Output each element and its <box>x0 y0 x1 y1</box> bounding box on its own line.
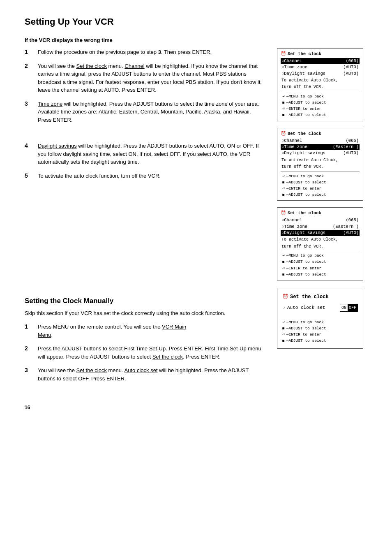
page-title: Setting Up Your VCR <box>25 16 367 27</box>
screen1-info: To activate Auto Clock, <box>281 78 360 84</box>
screen2-tz-label: ○Time zone <box>281 144 307 150</box>
screen3-channel-value: (065) <box>346 217 359 223</box>
screen4-off-label: OFF <box>348 304 357 311</box>
page-number: 16 <box>25 405 367 410</box>
screen4-controls: ↩—MENU to go back ◼—ADJUST to select ⏎—E… <box>282 319 358 344</box>
step-4-text: Daylight savings will be highlighted. Pr… <box>38 142 265 166</box>
screen1-row-daylight: ○Daylight savings (AUTO) <box>281 71 360 77</box>
screen2-tz-value: (Eastern ) <box>333 144 359 150</box>
step-4: 4 Daylight savings will be highlighted. … <box>25 142 265 166</box>
screen1-title: Set the clock <box>288 51 321 57</box>
screen1-dl-label: ○Daylight savings <box>281 71 325 77</box>
screen2-dl-value: (AUTO) <box>343 150 359 156</box>
screen2-row-timezone: ○Time zone (Eastern ) <box>281 144 360 150</box>
section2-step-1-text: Press MENU on the remote control. You wi… <box>38 323 186 339</box>
screen4-circle: ○ <box>282 305 285 311</box>
step-1: 1 Follow the procedure on the previous p… <box>25 48 265 56</box>
screen1-controls: ↩—MENU to go back ◼—ADJUST to select ⏎—E… <box>281 93 360 118</box>
screen1-channel-label: ○Channel <box>281 58 302 64</box>
screen4-on-off: ON OFF <box>340 304 358 312</box>
section2-step-1-num: 1 <box>25 323 31 330</box>
screen2-info: To activate Auto Clock, <box>281 158 360 164</box>
screen1-tz-label: ○Time zone <box>281 64 307 70</box>
screen2-channel-label: ○Channel <box>281 138 302 144</box>
screen2-row-daylight: ○Daylight savings (AUTO) <box>281 150 360 156</box>
vcr-screen-3: ⏰ Set the clock ○Channel (065) ○Time zon… <box>277 207 363 280</box>
screen3-controls: ↩—MENU to go back ◼—ADJUST to select ⏎—E… <box>281 253 360 278</box>
step-2-num: 2 <box>25 62 31 69</box>
screen3-row-channel: ○Channel (065) <box>281 217 360 223</box>
screen1-dl-value: (AUTO) <box>343 71 359 77</box>
screen1-row-channel: ○Channel (065) <box>281 58 360 64</box>
screen2-controls: ↩—MENU to go back ◼—ADJUST to select ⏎—E… <box>281 173 360 198</box>
clock-icon-1: ⏰ <box>281 51 286 57</box>
screen2-channel-value: (065) <box>346 138 359 144</box>
screen2-row-channel: ○Channel (065) <box>281 138 360 144</box>
clock-icon-2: ⏰ <box>281 131 286 137</box>
screen3-tz-label: ○Time zone <box>281 224 307 230</box>
screen4-auto-label: Auto clock set <box>287 304 337 311</box>
step-5: 5 To activate the auto clock function, t… <box>25 172 265 180</box>
main-layout: 1 Follow the procedure on the previous p… <box>25 48 367 280</box>
section2-step-3: 3 You will see the Set the clock menu. A… <box>25 366 265 382</box>
screen2-dl-label: ○Daylight savings <box>281 150 325 156</box>
step-1-text: Follow the procedure on the previous pag… <box>38 48 212 56</box>
step-2: 2 You will see the Set the clock menu. C… <box>25 62 265 94</box>
section2-title: Setting the Clock Manually <box>25 297 265 305</box>
step-3-num: 3 <box>25 100 31 107</box>
section2-step-1: 1 Press MENU on the remote control. You … <box>25 323 265 339</box>
screen3-title: Set the clock <box>288 210 321 216</box>
screen4-auto-row: ○ Auto clock set ON OFF <box>282 304 358 312</box>
screen3-info: To activate Auto Clock, <box>281 237 360 243</box>
clock-icon-3: ⏰ <box>281 210 286 216</box>
screen1-tz-value: (AUTO) <box>343 64 359 70</box>
step-3-text: Time zone will be highlighted. Press the… <box>38 100 265 124</box>
screen2-title: Set the clock <box>288 131 321 137</box>
screen1-row-timezone: ○Time zone (AUTO) <box>281 64 360 70</box>
step-5-num: 5 <box>25 172 31 179</box>
step-3: 3 Time zone will be highlighted. Press t… <box>25 100 265 124</box>
screen4-on-label: ON <box>340 304 348 311</box>
steps-column: 1 Follow the procedure on the previous p… <box>25 48 265 280</box>
screen3-tz-value: (Eastern ) <box>333 224 359 230</box>
screen3-channel-label: ○Channel <box>281 217 302 223</box>
screen1-info2: turn off the VCR. <box>281 84 360 90</box>
section2-right: ⏰ Set the clock ○ Auto clock set ON OFF … <box>277 285 367 389</box>
section2-step-3-text: You will see the Set the clock menu. Aut… <box>38 366 265 382</box>
section2-left: Setting the Clock Manually Skip this sec… <box>25 285 265 389</box>
section2-step-2-text: Press the ADJUST buttons to select First… <box>38 345 265 361</box>
screen4-title: Set the clock <box>290 293 329 301</box>
section2-layout: Setting the Clock Manually Skip this sec… <box>25 285 367 389</box>
clock-icon-4: ⏰ <box>282 293 288 301</box>
step-4-num: 4 <box>25 142 31 149</box>
step-2-text: You will see the Set the clock menu. Cha… <box>38 62 265 94</box>
step-1-num: 1 <box>25 48 31 55</box>
vcr-screen-1: ⏰ Set the clock ○Channel (065) ○Time zon… <box>277 48 363 121</box>
screen2-info2: turn off the VCR. <box>281 164 360 170</box>
screen3-dl-label: ○Daylight savings <box>281 230 325 236</box>
vcr-screen-2: ⏰ Set the clock ○Channel (065) ○Time zon… <box>277 128 363 201</box>
screen3-row-daylight: ○Daylight savings (AUTO) <box>281 230 360 236</box>
screen3-dl-value: (AUTO) <box>343 230 359 236</box>
screen3-row-timezone: ○Time zone (Eastern ) <box>281 224 360 230</box>
section2-step-2-num: 2 <box>25 345 31 352</box>
screen1-channel-value: (065) <box>346 58 359 64</box>
screen3-info2: turn off the VCR. <box>281 244 360 250</box>
section2-step-2: 2 Press the ADJUST buttons to select Fir… <box>25 345 265 361</box>
step-5-text: To activate the auto clock function, tur… <box>38 172 161 180</box>
vcr-screen-4: ⏰ Set the clock ○ Auto clock set ON OFF … <box>277 289 363 349</box>
section2-intro: Skip this section if your VCR has set th… <box>25 309 265 317</box>
section2-step-3-num: 3 <box>25 366 31 373</box>
vcr-screens-column: ⏰ Set the clock ○Channel (065) ○Time zon… <box>277 48 367 280</box>
section1-subtitle: If the VCR displays the wrong time <box>25 37 367 43</box>
